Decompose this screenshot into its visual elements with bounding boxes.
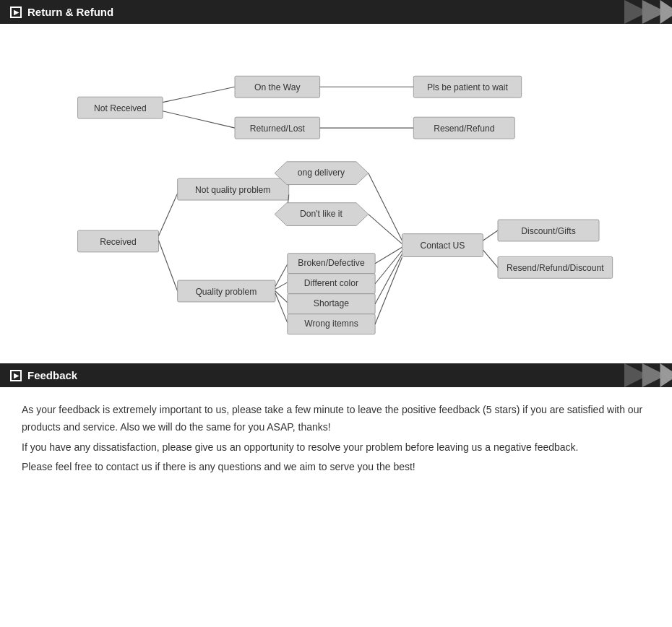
feedback-paragraph-1: As your feedback is extremely important … <box>22 402 650 436</box>
feedback-title: Feedback <box>27 369 77 381</box>
feedback-header-decoration <box>585 363 672 387</box>
svg-line-37 <box>483 250 498 267</box>
discount-gifts-label: Discount/Gifts <box>521 226 575 236</box>
pls-be-patient-label: Pls be patient to wait <box>427 82 509 92</box>
wrong-items-label: Wrong itemns <box>304 319 358 329</box>
svg-line-13 <box>159 194 178 236</box>
svg-marker-2 <box>660 0 673 24</box>
svg-line-30 <box>369 215 402 244</box>
feedback-paragraph-3: Please feel free to contact us if there … <box>22 459 650 476</box>
return-refund-header: Return & Refund <box>0 0 672 24</box>
header-decoration <box>585 0 672 24</box>
feedback-paragraph-2: If you have any dissatisfaction, please … <box>22 439 650 457</box>
returned-lost-label: Returned/Lost <box>250 124 306 134</box>
resend-refund-label: Resend/Refund <box>434 124 494 134</box>
return-refund-title: Return & Refund <box>27 6 113 18</box>
return-icon <box>10 7 22 18</box>
svg-line-4 <box>163 87 235 102</box>
received-label: Received <box>100 237 137 247</box>
svg-line-5 <box>163 111 235 128</box>
feedback-icon <box>10 370 22 381</box>
different-color-label: Different color <box>304 278 358 288</box>
flow-diagram: Not Received On the Way Returned/Lost Pl… <box>7 38 665 342</box>
resend-refund-discount-label: Resend/Refund/Discount <box>507 263 604 273</box>
on-the-way-label: On the Way <box>254 82 301 92</box>
svg-line-14 <box>159 241 178 291</box>
long-delivery-label: ong delivery <box>298 168 345 178</box>
svg-marker-42 <box>660 363 673 387</box>
diagram-area: Not Received On the Way Returned/Lost Pl… <box>0 24 672 356</box>
feedback-header: Feedback <box>0 363 672 387</box>
quality-problem-label: Quality problem <box>195 287 257 297</box>
dont-like-it-label: Don't like it <box>300 209 343 219</box>
shortage-label: Shortage <box>314 298 349 308</box>
not-quality-problem-label: Not quality problem <box>195 185 270 195</box>
contact-us-label: Contact US <box>420 241 465 251</box>
feedback-text-area: As your feedback is extremely important … <box>0 387 672 498</box>
svg-line-36 <box>483 230 498 241</box>
broken-defective-label: Broken/Defective <box>298 258 365 268</box>
svg-line-29 <box>369 173 402 241</box>
svg-line-24 <box>275 293 288 323</box>
not-received-label: Not Received <box>94 103 147 113</box>
